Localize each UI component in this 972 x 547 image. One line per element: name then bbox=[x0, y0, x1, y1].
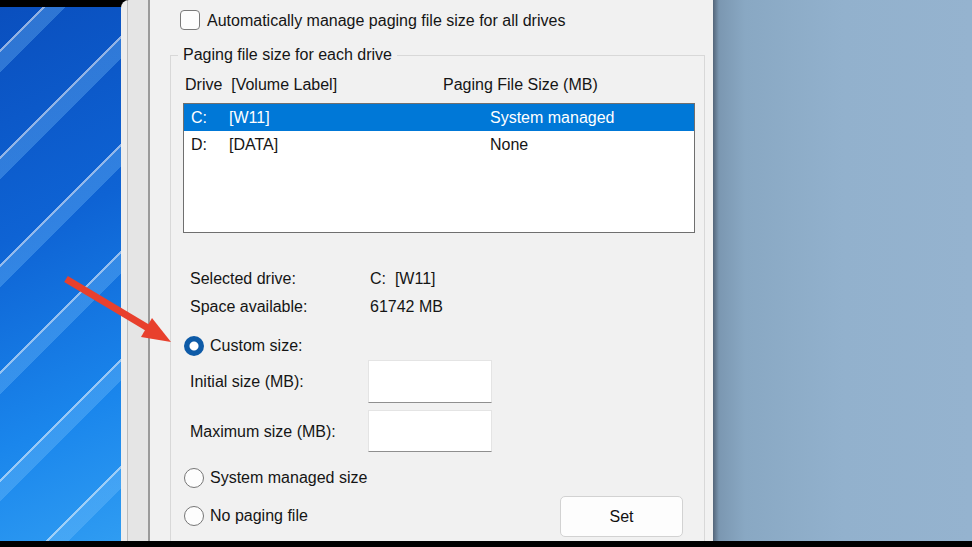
paging-size-column-header: Paging File Size (MB) bbox=[443, 76, 598, 94]
desktop-background-right bbox=[713, 0, 972, 541]
volume-label: [W11] bbox=[229, 104, 270, 131]
space-available-label: Space available: bbox=[190, 298, 307, 316]
drive-column-header: Drive [Volume Label] bbox=[185, 76, 337, 94]
drive-row-d[interactable]: D: [DATA] None bbox=[184, 131, 694, 158]
drive-letter: D: bbox=[191, 131, 207, 158]
background-window-edge bbox=[121, 0, 148, 541]
volume-label: [DATA] bbox=[229, 131, 278, 158]
paging-file-size: None bbox=[490, 131, 528, 158]
system-managed-size-radio[interactable] bbox=[184, 468, 204, 488]
no-paging-file-radio[interactable] bbox=[184, 506, 204, 526]
initial-size-input[interactable] bbox=[368, 360, 492, 403]
custom-size-radio[interactable] bbox=[184, 336, 204, 356]
space-available-value: 61742 MB bbox=[370, 298, 443, 316]
drive-row-c[interactable]: C: [W11] System managed bbox=[184, 104, 694, 131]
screen: Automatically manage paging file size fo… bbox=[0, 0, 972, 547]
selected-drive-label: Selected drive: bbox=[190, 270, 296, 288]
paging-file-groupbox-title: Paging file size for each drive bbox=[178, 45, 397, 65]
system-managed-size-radio-label[interactable]: System managed size bbox=[210, 469, 367, 487]
custom-size-radio-label[interactable]: Custom size: bbox=[210, 337, 302, 355]
initial-size-label: Initial size (MB): bbox=[190, 373, 304, 391]
auto-manage-checkbox[interactable] bbox=[180, 10, 200, 30]
no-paging-file-radio-label[interactable]: No paging file bbox=[210, 507, 308, 525]
auto-manage-checkbox-label[interactable]: Automatically manage paging file size fo… bbox=[207, 10, 565, 31]
set-button[interactable]: Set bbox=[560, 496, 683, 537]
desktop-wallpaper bbox=[0, 7, 121, 541]
drive-letter: C: bbox=[191, 104, 207, 131]
drive-list[interactable]: C: [W11] System managed D: [DATA] None bbox=[183, 103, 695, 233]
maximum-size-label: Maximum size (MB): bbox=[190, 423, 336, 441]
virtual-memory-dialog: Automatically manage paging file size fo… bbox=[150, 0, 713, 541]
maximum-size-input[interactable] bbox=[368, 410, 492, 452]
paging-file-size: System managed bbox=[490, 104, 615, 131]
selected-drive-value: C: [W11] bbox=[370, 270, 436, 288]
